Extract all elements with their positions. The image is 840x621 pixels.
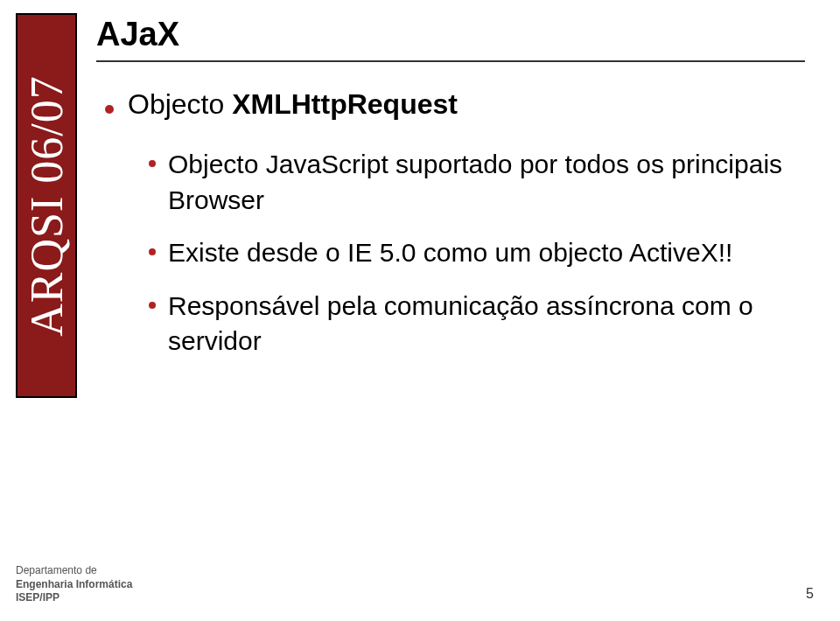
sidebar-course-label: ARQSI 06/07 bbox=[16, 13, 77, 398]
bullet-icon bbox=[149, 302, 156, 309]
footer: Departamento de Engenharia Informática I… bbox=[16, 564, 132, 605]
slide-title: AJaX bbox=[96, 16, 805, 62]
sub-bullet-text: Responsável pela comunicação assíncrona … bbox=[168, 289, 805, 359]
sub-bullet-item: Existe desde o IE 5.0 como um objecto Ac… bbox=[149, 235, 805, 271]
footer-line1: Departamento de bbox=[16, 564, 132, 578]
footer-line2: Engenharia Informática bbox=[16, 578, 132, 592]
slide-content: AJaX Objecto XMLHttpRequest Objecto Java… bbox=[96, 16, 805, 377]
sidebar-text: ARQSI 06/07 bbox=[21, 75, 73, 336]
footer-line3: ISEP/IPP bbox=[16, 591, 132, 605]
bullet-icon bbox=[149, 248, 156, 255]
sub-bullet-item: Objecto JavaScript suportado por todos o… bbox=[149, 147, 805, 218]
main-bullet: Objecto XMLHttpRequest bbox=[105, 88, 805, 121]
bullet-icon bbox=[105, 105, 114, 114]
sub-bullet-item: Responsável pela comunicação assíncrona … bbox=[149, 289, 805, 359]
bullet-icon bbox=[149, 160, 156, 167]
sub-bullet-text: Existe desde o IE 5.0 como um objecto Ac… bbox=[168, 235, 732, 271]
sub-bullet-text: Objecto JavaScript suportado por todos o… bbox=[168, 147, 805, 218]
main-bullet-text: Objecto XMLHttpRequest bbox=[128, 88, 458, 121]
sub-bullet-list: Objecto JavaScript suportado por todos o… bbox=[149, 147, 805, 359]
page-number: 5 bbox=[806, 586, 814, 602]
main-bullet-bold: XMLHttpRequest bbox=[232, 88, 458, 120]
main-bullet-prefix: Objecto bbox=[128, 88, 232, 120]
